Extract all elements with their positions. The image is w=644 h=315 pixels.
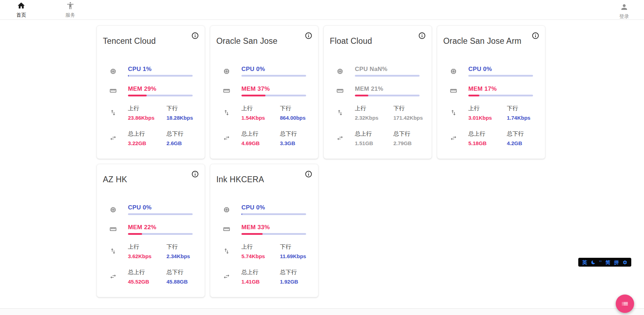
cpu-chip-icon: [336, 68, 344, 75]
info-icon[interactable]: [531, 32, 540, 40]
nav-item-home[interactable]: 首页: [12, 1, 30, 18]
cpu-progress-fill: [128, 75, 129, 77]
info-icon[interactable]: [191, 32, 199, 40]
upload-label: 上行: [468, 105, 507, 112]
mem-progress-bar: [241, 233, 306, 235]
upload-speed-value: 1.54Kbps: [241, 115, 280, 121]
total-download-label: 总下行: [280, 130, 312, 137]
mem-progress-bar: [241, 95, 306, 96]
mem-progress-fill: [128, 95, 147, 96]
mem-progress-fill: [241, 233, 263, 235]
download-label: 下行: [166, 243, 199, 250]
ime-english-mode[interactable]: 英: [582, 260, 587, 265]
total-download-value: 3.3GB: [280, 141, 312, 146]
cpu-chip-icon: [223, 68, 230, 75]
moon-icon[interactable]: [591, 260, 596, 265]
download-speed-value: 171.42Kbps: [393, 115, 426, 121]
total-download-value: 2.79GB: [393, 141, 426, 146]
memory-ruler-icon: [450, 87, 457, 94]
mem-progress-fill: [468, 95, 479, 96]
server-name: Tencent Cloud: [103, 36, 156, 46]
cpu-usage-label: CPU 0%: [241, 204, 306, 211]
memory-ruler-icon: [110, 226, 117, 233]
settings-gear-icon[interactable]: [622, 260, 627, 265]
server-list-fab[interactable]: [616, 295, 634, 313]
upload-download-arrows-icon: [450, 109, 457, 116]
upload-download-arrows-icon: [223, 248, 230, 255]
download-speed-value: 11.69Kbps: [280, 254, 312, 259]
info-icon[interactable]: [191, 170, 199, 179]
top-nav: 首页 服务 登录: [0, 0, 644, 20]
server-card-float-cloud: Float Cloud CPU NaN% MEM 21% 上行2.32Kbps …: [323, 25, 432, 159]
total-upload-value: 4.69GB: [241, 141, 280, 146]
nav-services-label: 服务: [65, 12, 75, 18]
server-card-ink-hkcera: Ink HKCERA CPU 0% MEM 33% 上行5.74Kbps 下行1…: [210, 164, 318, 297]
download-label: 下行: [280, 243, 312, 250]
cpu-usage-label: CPU 1%: [128, 66, 193, 73]
cpu-progress-fill: [241, 213, 242, 215]
total-download-value: 45.88GB: [166, 279, 199, 285]
download-label: 下行: [507, 105, 539, 112]
download-label: 下行: [280, 105, 312, 112]
total-download-value: 2.6GB: [166, 141, 199, 146]
upload-speed-value: 2.32Kbps: [355, 115, 393, 121]
download-label: 下行: [393, 105, 426, 112]
info-icon[interactable]: [304, 32, 313, 40]
upload-download-arrows-icon: [110, 248, 117, 255]
memory-ruler-icon: [336, 87, 344, 94]
cpu-chip-icon: [223, 206, 230, 213]
info-icon[interactable]: [418, 32, 426, 40]
memory-ruler-icon: [223, 87, 230, 94]
nav-item-login[interactable]: 登录: [615, 3, 633, 20]
mem-progress-fill: [241, 95, 265, 96]
cpu-progress-bar: [241, 213, 306, 215]
server-card-az-hk: AZ HK CPU 0% MEM 22% 上行3.62Kbps 下行2.34Kb…: [96, 164, 205, 297]
mem-progress-bar: [128, 233, 193, 235]
page-footer: [0, 308, 644, 315]
total-upload-value: 3.22GB: [128, 141, 166, 146]
mem-progress-fill: [128, 233, 142, 235]
cpu-progress-bar: [468, 75, 533, 77]
cpu-progress-bar: [128, 213, 193, 215]
server-name: Float Cloud: [330, 36, 372, 46]
total-upload-label: 总上行: [128, 130, 166, 137]
server-name: Oracle San Jose Arm: [443, 36, 521, 46]
info-icon[interactable]: [304, 170, 313, 179]
total-upload-value: 5.18GB: [468, 141, 507, 146]
nav-home-label: 首页: [16, 12, 26, 18]
total-transfer-swap-icon: [450, 135, 457, 142]
total-transfer-swap-icon: [110, 273, 117, 280]
total-upload-label: 总上行: [128, 269, 166, 276]
memory-ruler-icon: [110, 87, 117, 94]
nav-item-services[interactable]: 服务: [61, 1, 80, 18]
ime-punctuation-mode[interactable]: ’’: [599, 260, 602, 265]
mem-progress-bar: [468, 95, 533, 96]
server-card-tencent-cloud: Tencent Cloud CPU 1% MEM 29% 上行23.86Kbps…: [96, 25, 205, 159]
upload-speed-value: 3.62Kbps: [128, 254, 166, 259]
download-label: 下行: [166, 105, 199, 112]
accessibility-icon: [66, 1, 75, 11]
server-name: Oracle San Jose: [216, 36, 277, 46]
upload-label: 上行: [128, 105, 166, 112]
total-download-label: 总下行: [166, 269, 199, 276]
ime-pinyin-mode[interactable]: 拼: [614, 260, 619, 265]
cpu-usage-label: CPU 0%: [241, 66, 306, 73]
cpu-usage-label: CPU 0%: [128, 204, 193, 211]
ime-simplified-mode[interactable]: 简: [605, 260, 610, 265]
upload-label: 上行: [128, 243, 166, 250]
total-upload-value: 45.52GB: [128, 279, 166, 285]
cpu-usage-label: CPU NaN%: [355, 66, 420, 73]
upload-download-arrows-icon: [110, 109, 117, 116]
mem-usage-label: MEM 29%: [128, 85, 193, 93]
total-upload-label: 总上行: [241, 269, 280, 276]
download-speed-value: 2.34Kbps: [166, 254, 199, 259]
upload-speed-value: 3.01Kbps: [468, 115, 507, 121]
nav-login-label: 登录: [619, 13, 629, 20]
upload-label: 上行: [355, 105, 393, 112]
server-name: Ink HKCERA: [216, 175, 264, 184]
server-name: AZ HK: [103, 175, 127, 184]
person-icon: [620, 3, 628, 13]
total-download-label: 总下行: [166, 130, 199, 137]
server-card-grid: Tencent Cloud CPU 1% MEM 29% 上行23.86Kbps…: [96, 25, 545, 297]
server-card-oracle-san-jose: Oracle San Jose CPU 0% MEM 37% 上行1.54Kbp…: [210, 25, 318, 159]
